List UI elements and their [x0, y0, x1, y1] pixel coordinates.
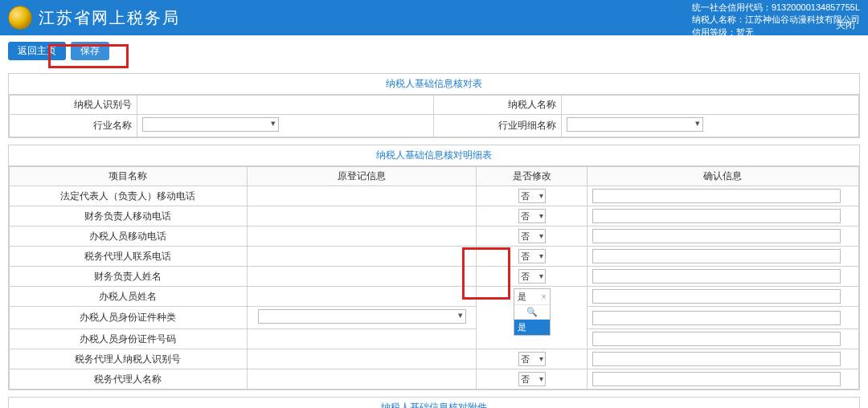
- id-type-select[interactable]: [258, 309, 466, 324]
- attachment-title: 纳税人基础信息核对附件: [9, 398, 859, 408]
- industry-name-select[interactable]: [142, 117, 279, 132]
- confirm-input[interactable]: [592, 269, 841, 284]
- table-row: 财务负责人移动电话 否: [10, 206, 859, 226]
- close-link[interactable]: 关闭: [836, 18, 855, 32]
- table-row: 办税人员身份证件号码: [10, 329, 859, 349]
- industry-detail-label: 行业明细名称: [434, 115, 562, 137]
- modify-select[interactable]: 否: [518, 249, 546, 263]
- app-header: 江苏省网上税务局 统一社会信用代码：91320000134857755L 纳税人…: [0, 0, 868, 35]
- modify-select[interactable]: 否: [518, 352, 546, 366]
- col-original-info: 原登记信息: [247, 167, 476, 186]
- taxpayer-id-label: 纳税人识别号: [10, 96, 137, 115]
- base-info-title: 纳税人基础信息核对表: [9, 74, 859, 95]
- modify-select[interactable]: 否: [518, 372, 546, 386]
- table-row: 税务代理人纳税人识别号 否: [10, 349, 859, 369]
- industry-name-value: [137, 115, 434, 137]
- magnifier-icon[interactable]: 🔍: [514, 305, 550, 320]
- industry-name-label: 行业名称: [10, 115, 137, 137]
- back-home-button[interactable]: 返回主页: [8, 42, 66, 60]
- confirm-input[interactable]: [592, 289, 841, 304]
- confirm-input[interactable]: [592, 229, 841, 243]
- dd-open-head[interactable]: 是: [514, 289, 550, 305]
- base-info-section: 纳税人基础信息核对表 纳税人识别号 纳税人名称 行业名称 行业明细名称: [8, 73, 860, 138]
- detail-title: 纳税人基础信息核对明细表: [9, 145, 859, 166]
- gov-emblem-icon: [8, 6, 32, 30]
- toolbar: 返回主页 保存: [0, 35, 868, 67]
- col-confirm-info: 确认信息: [587, 167, 858, 186]
- confirm-input[interactable]: [592, 311, 841, 325]
- modify-select-open[interactable]: 是 🔍 是: [514, 288, 551, 336]
- industry-detail-value: [562, 115, 859, 137]
- table-row: 财务负责人姓名 否: [10, 267, 859, 287]
- confirm-input[interactable]: [592, 189, 841, 203]
- industry-detail-select[interactable]: [567, 117, 703, 132]
- table-row: 税务代理人联系电话 否: [10, 247, 859, 267]
- table-row: 办税人员身份证件种类: [10, 307, 859, 329]
- taxpayer-name-value: [562, 96, 859, 115]
- save-button[interactable]: 保存: [71, 42, 109, 60]
- attachment-section: 纳税人基础信息核对附件 附件名称 附件状态 办税人员居民身份证、护照或其他证明身…: [8, 397, 860, 408]
- confirm-input[interactable]: [592, 249, 841, 263]
- confirm-input[interactable]: [592, 352, 841, 366]
- dd-open-option[interactable]: 是: [514, 320, 550, 335]
- detail-section: 纳税人基础信息核对明细表 项目名称 原登记信息 是否修改 确认信息 法定代表人（…: [8, 145, 860, 390]
- base-info-table: 纳税人识别号 纳税人名称 行业名称 行业明细名称: [9, 95, 859, 137]
- modify-select[interactable]: 否: [518, 209, 546, 223]
- taxpayer-summary: 统一社会信用代码：91320000134857755L 纳税人名称：江苏神仙谷动…: [692, 2, 860, 39]
- table-row: 税务代理人名称 否: [10, 369, 859, 390]
- modify-select[interactable]: 否: [518, 269, 546, 284]
- confirm-input[interactable]: [592, 372, 841, 386]
- confirm-input[interactable]: [592, 209, 841, 223]
- confirm-input[interactable]: [592, 332, 841, 346]
- table-row: 办税人员移动电话 否: [10, 226, 859, 247]
- modify-select[interactable]: 否: [518, 189, 546, 203]
- taxpayer-name-label: 纳税人名称: [434, 96, 562, 115]
- modify-select[interactable]: 否: [518, 229, 546, 243]
- table-row: 法定代表人（负责人）移动电话 否: [10, 186, 859, 206]
- table-row: 办税人员姓名 是 🔍 是: [10, 287, 859, 307]
- detail-table: 项目名称 原登记信息 是否修改 确认信息 法定代表人（负责人）移动电话 否 财务…: [9, 166, 859, 390]
- col-item-name: 项目名称: [10, 167, 248, 186]
- site-title: 江苏省网上税务局: [39, 7, 180, 29]
- taxpayer-id-value: [137, 96, 434, 115]
- col-modify: 是否修改: [477, 167, 587, 186]
